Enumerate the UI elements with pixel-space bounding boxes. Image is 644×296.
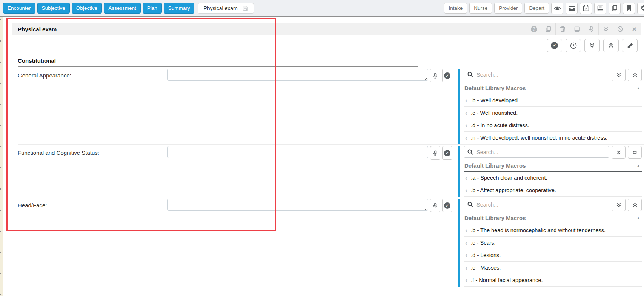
macro-item[interactable]: ‹.e - Masses. (464, 262, 642, 274)
collapse-all-button[interactable] (603, 39, 619, 52)
confirm-field-button[interactable]: ✓ (442, 146, 452, 160)
macro-item[interactable]: ‹.b - Affect appropriate, cooperative. (464, 184, 642, 197)
macro-search-row (464, 146, 642, 159)
provider-button[interactable]: Provider (494, 3, 522, 14)
macro-item[interactable]: ‹.a - Speech clear and coherent. (464, 172, 642, 184)
macro-item-label: .a - Speech clear and coherent. (471, 175, 547, 181)
collapse-macros-button[interactable] (628, 146, 642, 159)
search-icon (467, 72, 473, 77)
macro-search-box[interactable] (464, 69, 609, 80)
calendar-button[interactable] (580, 3, 592, 14)
dictate-field-button[interactable] (430, 199, 440, 212)
topbar-right-group: Intake Nurse Provider Depart (444, 3, 644, 14)
close-icon: ✕ (632, 26, 637, 33)
nav-encounter-button[interactable]: Encounter (3, 3, 35, 14)
depart-button[interactable]: Depart (524, 3, 549, 14)
nav-assessment-button[interactable]: Assessment (104, 3, 141, 14)
eye-button[interactable] (551, 3, 563, 14)
head-face-input[interactable] (167, 199, 428, 211)
confirm-field-button[interactable]: ✓ (442, 199, 452, 212)
dictate-field-button[interactable] (430, 146, 440, 160)
macros-header[interactable]: Default Library Macros ▲ (464, 211, 642, 224)
macro-item[interactable]: ‹.f - Normal facial appearance. (464, 274, 642, 287)
chevrons-down-icon (603, 27, 609, 32)
macro-item-label: .d - Lesions. (471, 252, 501, 258)
close-button[interactable]: ✕ (627, 23, 641, 35)
dictate-button[interactable] (584, 23, 598, 35)
macro-item[interactable]: ‹.d - In no acute distress. (464, 119, 642, 132)
expand-macros-button[interactable] (612, 199, 626, 211)
tab-physical-exam[interactable]: Physical exam (198, 3, 254, 14)
macro-item[interactable]: ‹.n - Well developed, well nourished, in… (464, 132, 642, 144)
general-appearance-input[interactable] (167, 69, 428, 81)
bookmark-button[interactable] (623, 3, 635, 14)
microphone-icon (433, 73, 437, 79)
chevrons-up-icon (632, 150, 638, 155)
history-button[interactable] (566, 39, 581, 52)
macro-search-box[interactable] (464, 146, 609, 158)
macro-item-label: .b - The head is normocephalic and witho… (471, 227, 606, 233)
dictate-field-button[interactable] (430, 69, 440, 82)
copy-pages-icon (612, 5, 618, 11)
chevrons-up-icon (632, 203, 638, 207)
duplicate-button[interactable] (609, 3, 621, 14)
functional-cognitive-status-input[interactable] (167, 146, 428, 158)
macro-item[interactable]: ‹.c - Scars. (464, 237, 642, 249)
expand-macros-button[interactable] (612, 69, 626, 81)
expand-macros-button[interactable] (612, 146, 626, 159)
macro-search-input[interactable] (476, 201, 606, 208)
clock-icon (570, 42, 577, 49)
settings-button[interactable] (637, 3, 644, 14)
panel-header-icon-group: ? (527, 23, 641, 35)
field-label: Head/Face: (18, 199, 167, 208)
delete-button[interactable] (555, 23, 570, 35)
check-circle-icon: ✓ (444, 72, 450, 79)
nav-plan-button[interactable]: Plan (143, 3, 162, 14)
macro-item[interactable]: ‹.b - The head is normocephalic and with… (464, 224, 642, 237)
insert-left-icon: ‹ (465, 188, 467, 193)
calendar-check-icon (583, 5, 589, 11)
intake-button[interactable]: Intake (444, 3, 467, 14)
chevrons-down-icon (589, 43, 595, 48)
macro-item[interactable]: ‹.b - Well developed. (464, 94, 642, 107)
confirm-field-button[interactable]: ✓ (442, 69, 452, 82)
disable-button[interactable] (613, 23, 627, 35)
collapse-macros-button[interactable] (628, 69, 642, 81)
ban-icon (617, 26, 623, 32)
microphone-icon (433, 150, 437, 156)
help-button[interactable]: ? (527, 23, 541, 35)
macro-search-input[interactable] (476, 149, 606, 156)
collapse-macros-button[interactable] (628, 199, 642, 211)
library-button[interactable] (570, 23, 584, 35)
insert-left-icon: ‹ (465, 136, 467, 140)
collapse-triangle-icon: ▲ (636, 163, 640, 168)
tab-physical-exam-label: Physical exam (203, 5, 237, 11)
panel-actions-row: ✓ (3, 39, 638, 52)
nurse-button[interactable]: Nurse (469, 3, 492, 14)
chevrons-down-icon (616, 150, 621, 155)
macro-item[interactable]: ‹.c - Well nourished. (464, 107, 642, 119)
nav-summary-button[interactable]: Summary (164, 3, 195, 14)
macro-search-input[interactable] (476, 71, 606, 78)
macros-header[interactable]: Default Library Macros ▲ (464, 81, 642, 94)
chevrons-down-icon (616, 73, 621, 77)
collapse-section-button[interactable] (598, 23, 613, 35)
macros-header[interactable]: Default Library Macros ▲ (464, 159, 642, 172)
save-icon[interactable] (242, 5, 248, 11)
macro-search-box[interactable] (464, 199, 609, 210)
expand-all-button[interactable] (584, 39, 600, 52)
macro-item[interactable]: ‹.d - Lesions. (464, 249, 642, 262)
collapse-triangle-icon: ▲ (636, 216, 640, 220)
collapse-triangle-icon: ▲ (636, 86, 640, 90)
journal-button[interactable] (594, 3, 606, 14)
book-icon (597, 5, 604, 11)
copy-note-button[interactable] (541, 23, 555, 35)
nav-subjective-button[interactable]: Subjective (37, 3, 70, 14)
archive-button[interactable] (566, 3, 578, 14)
edit-button[interactable] (622, 39, 638, 52)
nav-objective-button[interactable]: Objective (72, 3, 102, 14)
archive-box-icon (569, 5, 575, 11)
chevrons-up-icon (608, 43, 614, 48)
book-icon (574, 26, 580, 32)
complete-button[interactable]: ✓ (547, 39, 562, 52)
